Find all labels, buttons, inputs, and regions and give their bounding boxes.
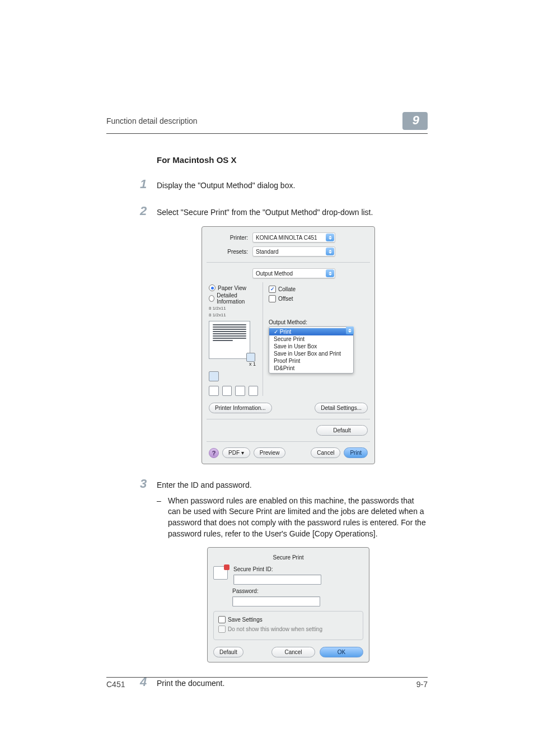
step-2: 2 Select "Secure Print" from the "Output… (140, 204, 428, 218)
step-3: 3 Enter the ID and password. – When pass… (140, 477, 428, 539)
feature-icon (209, 386, 219, 396)
dropdown-stepper-icon (326, 248, 334, 255)
pdf-menu-button[interactable]: PDF ▾ (222, 447, 250, 458)
menu-item-proof-print[interactable]: Proof Print (269, 357, 353, 365)
footer-model: C451 (106, 680, 125, 689)
checkbox-label: Save Settings (228, 617, 263, 623)
thumbnail-icon (246, 353, 255, 362)
menu-item-save-user-box-and-print[interactable]: Save in User Box and Print (269, 350, 353, 357)
pane-value: Output Method (256, 270, 326, 277)
output-method-menu[interactable]: ✓ Print Secure Print Save in User Box Sa… (269, 326, 354, 374)
menu-item-save-user-box[interactable]: Save in User Box (269, 343, 353, 350)
checkbox-icon (269, 295, 276, 302)
radio-label: Detailed Information (217, 292, 258, 305)
chapter-number-badge: 9 (402, 112, 428, 130)
cancel-button[interactable]: Cancel (271, 647, 315, 657)
presets-value: Standard (256, 249, 326, 255)
cancel-button[interactable]: Cancel (311, 447, 340, 458)
checkbox-label: Do not show this window when setting (228, 626, 322, 632)
step-1: 1 Display the "Output Method" dialog box… (140, 177, 428, 192)
menu-item-id-and-print[interactable]: ID&Print (269, 365, 353, 372)
password-input[interactable] (232, 596, 320, 606)
printer-label: Printer: (209, 235, 248, 241)
preview-panel: Paper View Detailed Information 8 1/2x11… (209, 282, 258, 396)
checkbox-do-not-show[interactable]: Do not show this window when setting (218, 626, 358, 633)
checkbox-icon (218, 626, 226, 633)
checkbox-save-settings[interactable]: Save Settings (218, 616, 358, 623)
bullet-dash: – (157, 496, 168, 539)
secure-print-id-input[interactable] (233, 575, 321, 585)
paper-dim-1: 8 1/2x11 (209, 306, 258, 311)
step-text: Display the "Output Method" dialog box. (157, 180, 295, 192)
pane-select[interactable]: Output Method (252, 268, 335, 278)
step-text: Select "Secure Print" from the "Output M… (157, 207, 373, 218)
checkbox-label: Collate (278, 286, 296, 292)
step-number: 3 (140, 477, 157, 491)
default-button[interactable]: Default (316, 425, 368, 436)
menu-item-secure-print[interactable]: Secure Print (269, 335, 353, 343)
dropdown-stepper-icon (346, 326, 354, 334)
feature-icon (222, 386, 232, 396)
print-button[interactable]: Print (344, 447, 368, 458)
checkbox-icon (218, 616, 226, 623)
checkbox-icon: ✓ (269, 286, 276, 293)
feature-icon (209, 371, 219, 381)
output-method-label: Output Method: (269, 319, 368, 325)
dropdown-stepper-icon (326, 234, 334, 241)
dialog-output-method: Printer: KONICA MINOLTA C451 Presets: St… (202, 226, 375, 464)
default-button[interactable]: Default (213, 647, 243, 657)
dialog-secure-print: Secure Print Secure Print ID: Password: (207, 547, 369, 662)
step-number: 2 (140, 204, 157, 218)
checkbox-collate[interactable]: ✓ Collate (269, 286, 368, 293)
secure-print-id-label: Secure Print ID: (233, 566, 321, 572)
feature-icon (249, 386, 259, 396)
help-icon[interactable]: ? (209, 448, 219, 458)
paper-dim-2: 8 1/2x11 (209, 312, 258, 318)
detail-settings-button[interactable]: Detail Settings... (315, 403, 368, 413)
step-text: Enter the ID and password. (157, 480, 428, 491)
presets-label: Presets: (209, 249, 248, 255)
secure-print-icon (213, 566, 228, 580)
menu-item-print[interactable]: ✓ Print (269, 328, 353, 335)
footer-page: 9-7 (416, 680, 428, 689)
dropdown-stepper-icon (326, 269, 334, 277)
preview-button[interactable]: Preview (254, 447, 286, 458)
password-label: Password: (232, 588, 320, 594)
dialog-title: Secure Print (213, 551, 363, 566)
running-section: Function detail description (106, 116, 198, 125)
step-number: 1 (140, 177, 157, 192)
checkbox-label: Offset (278, 296, 293, 302)
ok-button[interactable]: OK (320, 647, 363, 657)
feature-icon (235, 386, 245, 396)
step-subtext: When password rules are enabled on this … (168, 496, 428, 539)
radio-dot-icon (209, 284, 216, 291)
radio-detailed-info[interactable]: Detailed Information (209, 292, 258, 305)
radio-dot-icon (209, 295, 214, 302)
radio-paper-view[interactable]: Paper View (209, 284, 258, 291)
section-title: For Macintosh OS X (157, 155, 428, 165)
presets-select[interactable]: Standard (252, 246, 335, 256)
copies-x1: x 1 (209, 361, 258, 367)
printer-information-button[interactable]: Printer Information... (209, 403, 272, 413)
radio-label: Paper View (218, 285, 246, 291)
printer-value: KONICA MINOLTA C451 (256, 235, 326, 241)
page-preview (209, 321, 250, 359)
printer-select[interactable]: KONICA MINOLTA C451 (252, 232, 335, 242)
checkbox-offset[interactable]: Offset (269, 295, 368, 302)
